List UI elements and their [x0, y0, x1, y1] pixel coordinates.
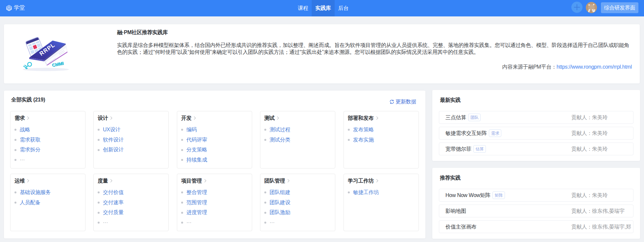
svg-text:CMMI: CMMI [52, 61, 64, 68]
